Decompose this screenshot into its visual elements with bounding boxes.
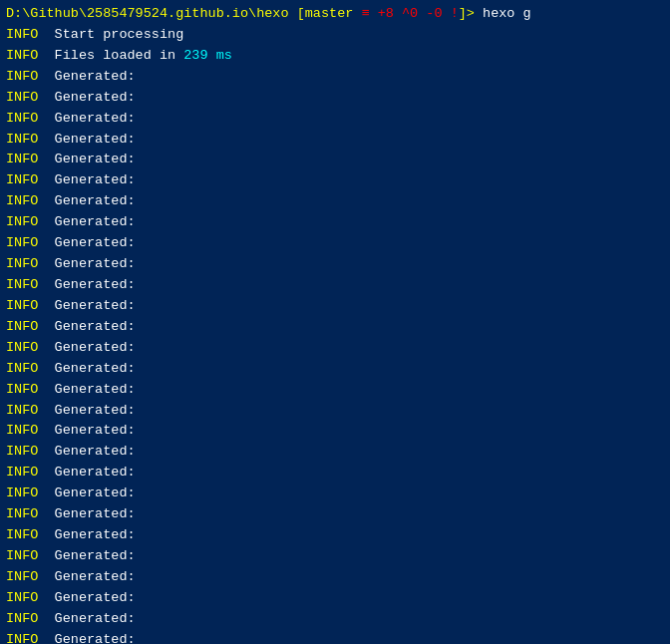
- info-text: Generated:: [38, 317, 135, 338]
- terminal-line: INFO Generated:: [6, 504, 664, 525]
- terminal-line: INFO Generated:: [6, 442, 664, 463]
- prompt-bracket-close: ]: [459, 4, 467, 25]
- info-label: INFO: [6, 191, 38, 212]
- terminal-line: INFO Files loaded in 239 ms: [6, 46, 664, 67]
- info-label: INFO: [6, 421, 38, 442]
- prompt-arrow: >: [467, 4, 475, 25]
- terminal-line: INFO Generated:: [6, 88, 664, 109]
- info-highlight: 239 ms: [183, 46, 232, 67]
- terminal-line: INFO Generated:: [6, 359, 664, 380]
- info-label: INFO: [6, 442, 38, 463]
- info-text: Generated:: [38, 401, 135, 422]
- terminal-line: INFO Generated:: [6, 630, 664, 644]
- terminal-line: INFO Generated:: [6, 588, 664, 609]
- info-label: INFO: [6, 504, 38, 525]
- info-label: INFO: [6, 630, 38, 644]
- info-text: Generated:: [38, 67, 135, 88]
- info-text: Generated:: [38, 191, 135, 212]
- info-label: INFO: [6, 254, 38, 275]
- info-label: INFO: [6, 109, 38, 130]
- terminal-line: INFO Generated:: [6, 170, 664, 191]
- info-text: Generated:: [38, 567, 135, 588]
- info-text: Generated:: [38, 150, 135, 170]
- terminal-line: INFO Generated:: [6, 254, 664, 275]
- info-text: Generated:: [38, 380, 135, 401]
- terminal-line: INFO Generated:: [6, 463, 664, 483]
- terminal-line: INFO Generated:: [6, 233, 664, 254]
- terminal-line: INFO Generated:: [6, 191, 664, 212]
- prompt-master: master: [305, 4, 354, 25]
- info-text: Generated:: [38, 442, 135, 463]
- info-text: Files loaded in: [38, 46, 183, 67]
- prompt-line: D:\Github\2585479524.github.io\hexo [mas…: [6, 4, 664, 25]
- output-lines: INFO Start processingINFO Files loaded i…: [6, 25, 664, 644]
- info-label: INFO: [6, 338, 38, 359]
- terminal-window: D:\Github\2585479524.github.io\hexo [mas…: [0, 0, 670, 644]
- terminal-line: INFO Generated:: [6, 296, 664, 317]
- terminal-line: INFO Generated:: [6, 401, 664, 422]
- terminal-line: INFO Generated:: [6, 109, 664, 130]
- info-label: INFO: [6, 525, 38, 546]
- info-label: INFO: [6, 170, 38, 191]
- info-label: INFO: [6, 67, 38, 88]
- prompt-cmd: hexo g: [475, 4, 531, 25]
- prompt-bang: !: [451, 4, 459, 25]
- info-text: Generated:: [38, 233, 135, 254]
- info-label: INFO: [6, 483, 38, 504]
- info-label: INFO: [6, 546, 38, 567]
- terminal-line: INFO Generated:: [6, 609, 664, 630]
- info-text: Generated:: [38, 421, 135, 442]
- info-text: Generated:: [38, 88, 135, 109]
- info-text: Start processing: [38, 25, 183, 46]
- info-label: INFO: [6, 150, 38, 170]
- prompt-path: D:\Github\2585479524.github.io\hexo: [6, 4, 289, 25]
- info-label: INFO: [6, 212, 38, 233]
- info-label: INFO: [6, 46, 38, 67]
- prompt-space1: [394, 4, 402, 25]
- info-text: Generated:: [38, 254, 135, 275]
- terminal-line: INFO Generated:: [6, 212, 664, 233]
- info-text: Generated:: [38, 525, 135, 546]
- prompt-space2: [418, 4, 426, 25]
- terminal-line: INFO Generated:: [6, 275, 664, 296]
- terminal-line: INFO Generated:: [6, 130, 664, 151]
- info-text: Generated:: [38, 109, 135, 130]
- prompt-sep1: [353, 4, 361, 25]
- prompt-caret: ^0: [402, 4, 418, 25]
- terminal-line: INFO Generated:: [6, 567, 664, 588]
- info-label: INFO: [6, 567, 38, 588]
- terminal-line: INFO Generated:: [6, 67, 664, 88]
- info-text: Generated:: [38, 609, 135, 630]
- info-text: Generated:: [38, 338, 135, 359]
- terminal-line: INFO Generated:: [6, 338, 664, 359]
- info-text: Generated:: [38, 170, 135, 191]
- prompt-space3: [443, 4, 451, 25]
- info-text: Generated:: [38, 630, 135, 644]
- terminal-line: INFO Generated:: [6, 380, 664, 401]
- terminal-line: INFO Generated:: [6, 525, 664, 546]
- terminal-line: INFO Generated:: [6, 421, 664, 442]
- info-label: INFO: [6, 296, 38, 317]
- terminal-line: INFO Generated:: [6, 317, 664, 338]
- info-text: Generated:: [38, 359, 135, 380]
- info-text: Generated:: [38, 504, 135, 525]
- info-label: INFO: [6, 609, 38, 630]
- prompt-plus: +8: [370, 4, 394, 25]
- info-text: Generated:: [38, 130, 135, 151]
- info-label: INFO: [6, 380, 38, 401]
- prompt-bracket-open: [: [289, 4, 305, 25]
- info-label: INFO: [6, 233, 38, 254]
- info-label: INFO: [6, 359, 38, 380]
- info-label: INFO: [6, 88, 38, 109]
- info-text: Generated:: [38, 546, 135, 567]
- info-label: INFO: [6, 275, 38, 296]
- info-label: INFO: [6, 317, 38, 338]
- info-label: INFO: [6, 401, 38, 422]
- info-label: INFO: [6, 463, 38, 483]
- info-text: Generated:: [38, 296, 135, 317]
- info-text: Generated:: [38, 212, 135, 233]
- prompt-minus: -0: [426, 4, 442, 25]
- info-label: INFO: [6, 25, 38, 46]
- terminal-line: INFO Generated:: [6, 483, 664, 504]
- prompt-equals: ≡: [361, 4, 369, 25]
